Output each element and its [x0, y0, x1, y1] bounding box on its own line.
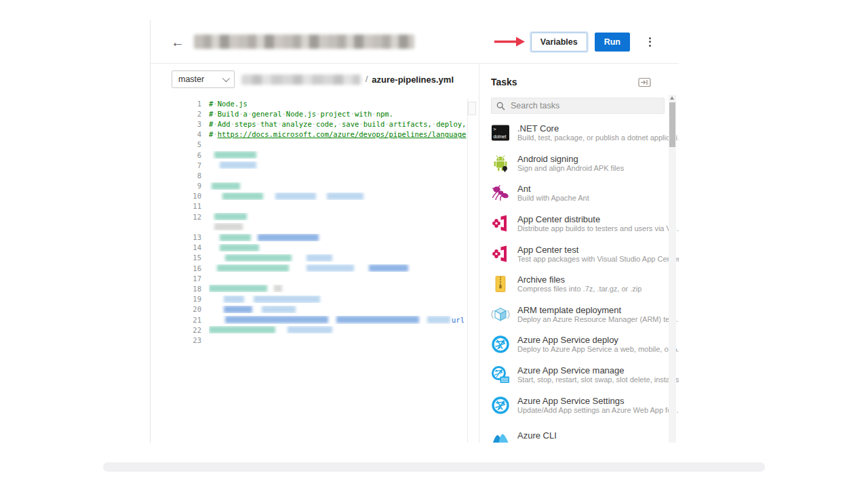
task-item[interactable]: App Center distributeDistribute app buil… [479, 209, 679, 239]
pipeline-editor-window: ← Variables Run master / azure-pipelines… [150, 20, 679, 443]
back-arrow-icon[interactable]: ← [171, 35, 184, 49]
redacted-code-segment [220, 244, 259, 251]
task-description: Distribute app builds to testers and use… [517, 224, 679, 233]
task-description: Sign and align Android APK files [517, 164, 624, 173]
tasks-panel-title: Tasks [491, 77, 517, 87]
run-button[interactable]: Run [595, 33, 630, 52]
task-description: Build with Apache Ant [517, 194, 589, 203]
redacted-code-segment [209, 326, 275, 333]
dotnet-icon: >dotnet [491, 123, 510, 142]
line-number: 12 [151, 213, 209, 221]
redacted-code-segment [369, 264, 408, 272]
task-item[interactable]: ARM template deploymentDeploy an Azure R… [479, 300, 679, 330]
more-options-icon[interactable] [645, 36, 654, 48]
redacted-repo-path [241, 75, 361, 85]
redacted-code-segment [288, 326, 332, 333]
scroll-up-icon[interactable] [670, 96, 674, 100]
task-item[interactable]: AntBuild with Apache Ant [479, 178, 679, 209]
app-center-icon [491, 214, 510, 233]
redacted-code-segment [225, 316, 328, 323]
code-line: 23 [151, 335, 479, 345]
task-item[interactable]: Azure App Service deployDeploy to Azure … [479, 329, 679, 360]
azure-globe-icon [491, 335, 510, 354]
code-line: 21url [151, 314, 479, 325]
redacted-code-segment [307, 264, 354, 272]
code-line: 18 [151, 283, 479, 293]
redacted-code-segment [214, 151, 256, 159]
editor-overview-ruler [467, 98, 468, 443]
redacted-code-segment [220, 161, 256, 169]
task-description: Update/Add App settings an Azure Web App… [517, 406, 679, 415]
code-line: 4#·https://docs.microsoft.com/azure/devo… [151, 129, 479, 140]
code-line: 12 [151, 211, 479, 222]
line-number: 21 [151, 316, 209, 324]
line-number: 14 [151, 243, 209, 251]
line-number: 6 [151, 151, 209, 159]
task-item[interactable]: Azure App Service manageStart, stop, res… [479, 360, 679, 390]
code-line: 16 [151, 263, 479, 273]
scrollbar-thumb[interactable] [669, 102, 675, 147]
task-list: >dotnet.NET CoreBuild, test, package, or… [479, 118, 679, 443]
azure-manage-icon [491, 365, 510, 384]
tasks-panel: Tasks >dotnet.NET CoreBuild, tes [479, 64, 679, 443]
task-name: App Center distribute [517, 214, 679, 224]
code-line: 8 [151, 170, 479, 180]
archive-icon [491, 274, 510, 293]
task-name: Azure CLI [517, 430, 557, 441]
code-line: 9 [151, 181, 479, 191]
task-item[interactable]: App Center testTest app packages with Vi… [479, 239, 679, 269]
redacted-code-segment [217, 264, 289, 272]
branch-row: master / azure-pipelines.yml [151, 64, 479, 95]
code-line: 20 [151, 304, 479, 314]
redacted-code-segment [209, 285, 267, 292]
line-number: 20 [151, 305, 209, 313]
task-description: Compress files into .7z, .tar.gz, or .zi… [517, 285, 642, 293]
line-number: 9 [151, 182, 209, 190]
annotation-arrow-icon [494, 36, 525, 47]
redacted-code-segment [225, 254, 292, 262]
branch-selector[interactable]: master [172, 70, 235, 88]
task-name: Android signing [517, 154, 624, 164]
line-number: 16 [151, 264, 209, 272]
code-line: 7 [151, 160, 479, 170]
task-item[interactable]: Azure App Service SettingsUpdate/Add App… [479, 390, 679, 420]
redacted-code-segment [258, 234, 319, 241]
task-description: Build, test, package, or publish a dotne… [517, 134, 679, 142]
redacted-code-segment [427, 316, 450, 323]
azure-globe-icon [491, 396, 510, 415]
svg-text:>: > [494, 127, 496, 132]
redacted-code-segment [212, 182, 240, 190]
search-tasks-input[interactable] [509, 100, 654, 111]
task-item[interactable]: Azure CLI [479, 420, 679, 443]
task-item[interactable]: Archive filesCompress files into .7z, .t… [479, 269, 679, 300]
search-tasks-box[interactable] [491, 98, 665, 114]
top-actions: Variables Run [494, 20, 679, 63]
line-number: 7 [151, 161, 209, 169]
task-item[interactable]: >dotnet.NET CoreBuild, test, package, or… [479, 118, 679, 148]
app-center-icon [491, 245, 510, 264]
redacted-code-segment [336, 316, 419, 323]
redacted-code-segment [262, 306, 296, 313]
top-bar: ← Variables Run [151, 20, 679, 64]
file-name: azure-pipelines.yml [372, 75, 454, 85]
task-name: Azure App Service deploy [517, 335, 679, 345]
line-number: 8 [151, 171, 209, 180]
code-editor[interactable]: 1#·Node.js2#·Build·a·general·Node.js·pro… [151, 95, 479, 346]
line-number: 10 [151, 192, 209, 200]
variables-button[interactable]: Variables [531, 33, 587, 52]
task-item[interactable]: Android signingSign and align Android AP… [479, 148, 679, 179]
code-line: 3#·Add·steps·that·analyze·code,·save·bui… [151, 119, 479, 129]
tasks-panel-header: Tasks [479, 64, 679, 87]
line-number: 13 [151, 233, 209, 241]
task-name: App Center test [517, 245, 679, 255]
collapse-panel-icon[interactable] [638, 77, 652, 87]
code-line: 1#·Node.js [151, 98, 479, 108]
task-name: Azure App Service manage [517, 365, 679, 375]
ant-icon [491, 184, 510, 203]
redacted-code-segment [224, 296, 244, 303]
task-name: Azure App Service Settings [517, 396, 679, 406]
yaml-editor-pane: master / azure-pipelines.yml 1#·Node.js2… [151, 64, 479, 443]
task-description: Start, stop, restart, slot swap, slot de… [517, 375, 679, 384]
horizontal-scrollbar-track[interactable] [103, 462, 765, 472]
tasks-scrollbar[interactable] [669, 95, 676, 443]
